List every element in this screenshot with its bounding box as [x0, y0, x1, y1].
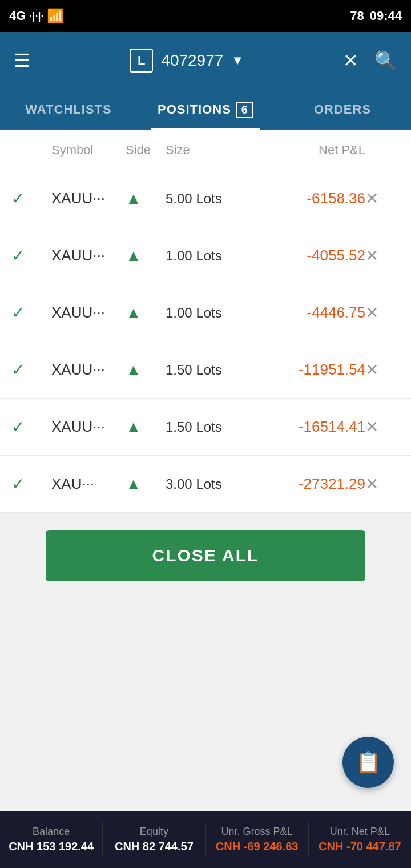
col-pnl-header: Net P&L — [319, 143, 365, 157]
table-row[interactable]: ✓ XAUU··· ▲ 1.00 Lots -4446.75 ✕ — [0, 284, 411, 341]
close-position-button[interactable]: ✕ — [365, 418, 378, 436]
close-position-button[interactable]: ✕ — [365, 361, 378, 379]
close-position-button[interactable]: ✕ — [365, 475, 378, 493]
symbol-text: XAUU··· — [51, 190, 105, 207]
gross-pl-value: CNH -69 246.63 — [216, 840, 299, 853]
size-text: 1.00 Lots — [166, 248, 222, 263]
tab-positions[interactable]: POSITIONS 6 — [137, 89, 274, 130]
bottom-equity: Equity CNH 82 744.57 — [103, 826, 205, 853]
size-text: 1.00 Lots — [166, 305, 222, 320]
tab-orders[interactable]: ORDERS — [274, 89, 411, 130]
size-text: 5.00 Lots — [166, 191, 222, 206]
signal-text: 4G — [9, 9, 26, 23]
pnl-value: -4055.52 — [307, 247, 365, 264]
pnl-value: -27321.29 — [299, 475, 365, 492]
symbol-text: XAUU··· — [51, 304, 105, 321]
bottom-net-pl: Unr. Net P&L CNH -70 447.87 — [309, 826, 411, 853]
time-text: 09:44 — [370, 9, 402, 23]
tab-watchlists[interactable]: WATCHLISTS — [0, 89, 137, 130]
pnl-value: -16514.41 — [299, 418, 365, 435]
symbol-text: XAUU··· — [51, 418, 105, 435]
search-icon[interactable]: 🔍 — [374, 50, 397, 71]
bottom-bar: Balance CNH 153 192.44 Equity CNH 82 744… — [0, 811, 411, 868]
check-icon: ✓ — [11, 190, 25, 207]
tab-positions-label: POSITIONS — [158, 102, 231, 117]
equity-value: CNH 82 744.57 — [115, 840, 194, 853]
status-bar: 4G ·|·|· 📶 78 09:44 — [0, 0, 411, 32]
side-arrow-icon: ▲ — [126, 475, 142, 493]
wifi-icon: 📶 — [47, 8, 64, 24]
table-row[interactable]: ✓ XAUU··· ▲ 1.50 Lots -16514.41 ✕ — [0, 399, 411, 456]
account-section[interactable]: L 4072977 ▼ — [130, 49, 244, 73]
symbol-text: XAUU··· — [51, 361, 105, 378]
equity-label: Equity — [140, 826, 168, 838]
check-icon: ✓ — [11, 304, 25, 322]
menu-icon[interactable]: ☰ — [14, 50, 30, 71]
bottom-balance: Balance CNH 153 192.44 — [0, 826, 102, 853]
fab-button[interactable]: 📋 — [342, 737, 394, 788]
side-arrow-icon: ▲ — [126, 418, 142, 436]
tab-watchlists-label: WATCHLISTS — [25, 102, 111, 117]
close-positions-icon[interactable]: ✕ — [343, 50, 358, 71]
pnl-value: -6158.36 — [307, 190, 365, 207]
tab-orders-label: ORDERS — [314, 102, 371, 117]
positions-badge: 6 — [236, 102, 253, 118]
check-icon: ✓ — [11, 475, 25, 493]
account-letter: L — [130, 49, 153, 73]
close-position-button[interactable]: ✕ — [365, 190, 378, 207]
side-arrow-icon: ▲ — [126, 304, 142, 322]
net-pl-value: CNH -70 447.87 — [319, 840, 401, 853]
check-icon: ✓ — [11, 361, 25, 379]
col-symbol-header: Symbol — [51, 143, 93, 157]
close-all-button[interactable]: CLOSE ALL — [46, 530, 365, 581]
table-header: Symbol Side Size Net P&L — [0, 130, 411, 170]
side-arrow-icon: ▲ — [126, 247, 142, 264]
balance-value: CNH 153 192.44 — [9, 840, 94, 853]
size-text: 1.50 Lots — [166, 419, 222, 435]
size-text: 3.00 Lots — [166, 476, 222, 492]
table-row[interactable]: ✓ XAUU··· ▲ 1.00 Lots -4055.52 ✕ — [0, 227, 411, 284]
check-icon: ✓ — [11, 418, 25, 436]
symbol-text: XAU··· — [51, 475, 94, 492]
net-pl-label: Unr. Net P&L — [330, 826, 390, 838]
table-row[interactable]: ✓ XAUU··· ▲ 5.00 Lots -6158.36 ✕ — [0, 170, 411, 227]
pnl-value: -4446.75 — [307, 304, 365, 321]
side-arrow-icon: ▲ — [126, 361, 142, 379]
tab-bar: WATCHLISTS POSITIONS 6 ORDERS — [0, 89, 411, 130]
gross-pl-label: Unr. Gross P&L — [221, 826, 293, 838]
status-right: 78 09:44 — [350, 9, 402, 23]
balance-label: Balance — [33, 826, 70, 838]
positions-list: ✓ XAUU··· ▲ 5.00 Lots -6158.36 ✕ ✓ — [0, 170, 411, 513]
table-row[interactable]: ✓ XAU··· ▲ 3.00 Lots -27321.29 ✕ — [0, 456, 411, 513]
size-text: 1.50 Lots — [166, 362, 222, 377]
close-position-button[interactable]: ✕ — [365, 247, 378, 264]
bottom-gross-pl: Unr. Gross P&L CNH -69 246.63 — [206, 826, 308, 853]
nav-right-actions: ✕ 🔍 — [343, 50, 397, 71]
col-side-header: Side — [126, 143, 151, 157]
dropdown-icon[interactable]: ▼ — [231, 53, 244, 68]
fab-icon: 📋 — [356, 750, 381, 774]
close-position-button[interactable]: ✕ — [365, 304, 378, 322]
pnl-value: -11951.54 — [299, 361, 365, 378]
nav-bar: ☰ L 4072977 ▼ ✕ 🔍 — [0, 32, 411, 89]
table-row[interactable]: ✓ XAUU··· ▲ 1.50 Lots -11951.54 ✕ — [0, 341, 411, 399]
signal2-text: ·|·|· — [29, 10, 43, 22]
side-arrow-icon: ▲ — [126, 190, 142, 207]
close-all-section: CLOSE ALL — [0, 513, 411, 598]
status-left: 4G ·|·|· 📶 — [9, 8, 64, 24]
account-number: 4072977 — [161, 51, 223, 70]
symbol-text: XAUU··· — [51, 247, 105, 264]
check-icon: ✓ — [11, 247, 25, 264]
col-size-header: Size — [166, 143, 190, 157]
battery-text: 78 — [350, 9, 364, 23]
